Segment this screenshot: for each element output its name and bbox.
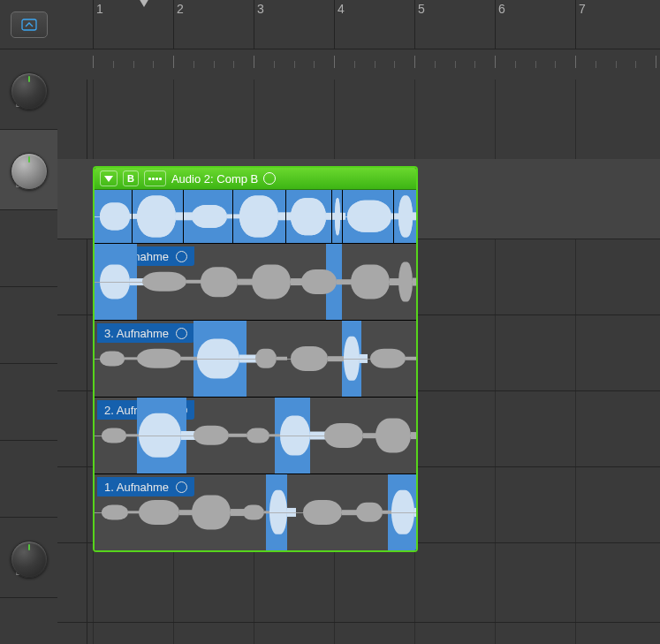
pan-knob[interactable] [11,542,47,577]
comp-select-button[interactable]: B [123,170,139,186]
take-lane[interactable]: 3. Aufnahme [95,320,416,397]
timeline-ruler[interactable]: 1234567 [57,0,660,80]
take-lane[interactable]: 2. Aufnahme [95,397,416,474]
arrange-area[interactable]: B Audio 2: Comp B 4. Aufnahme 3. Aufnahm… [57,80,660,644]
quick-swipe-icon [148,178,162,180]
bar-number: 4 [338,2,345,16]
chevron-down-icon [104,176,113,182]
track-header-sidebar: LR LR LR [0,0,58,644]
disclosure-button[interactable] [100,170,118,186]
track-knob-2: LR [0,130,57,210]
comp-main-lane[interactable] [95,190,416,243]
quick-swipe-button[interactable] [144,170,166,186]
track-knob-1: LR [0,49,57,130]
bar-number: 3 [257,2,264,16]
take-row-spacer [0,210,57,287]
bar-number: 1 [96,2,103,16]
comp-region[interactable]: B Audio 2: Comp B 4. Aufnahme 3. Aufnahm… [93,166,418,552]
take-lane[interactable]: 1. Aufnahme [95,474,416,550]
track-knob-3: LR [0,518,57,598]
take-lane[interactable]: 4. Aufnahme [95,243,416,320]
ruler-beats [57,49,660,80]
svg-rect-0 [22,19,36,30]
loop-icon[interactable] [263,172,276,185]
comp-title: Audio 2: Comp B [171,172,258,186]
bar-number: 2 [177,2,184,16]
take-row-spacer [0,441,57,518]
pan-knob[interactable] [11,73,47,109]
pan-knob[interactable] [11,154,47,189]
comp-header[interactable]: B Audio 2: Comp B [95,168,416,190]
take-row-spacer [0,364,57,441]
bar-number: 5 [418,2,425,16]
sidebar-top [0,0,57,49]
take-row-spacer [0,287,57,364]
catch-playhead-button[interactable] [11,11,48,38]
ruler-bars: 1234567 [57,0,660,49]
bar-number: 6 [498,2,505,16]
bar-number: 7 [579,2,586,16]
